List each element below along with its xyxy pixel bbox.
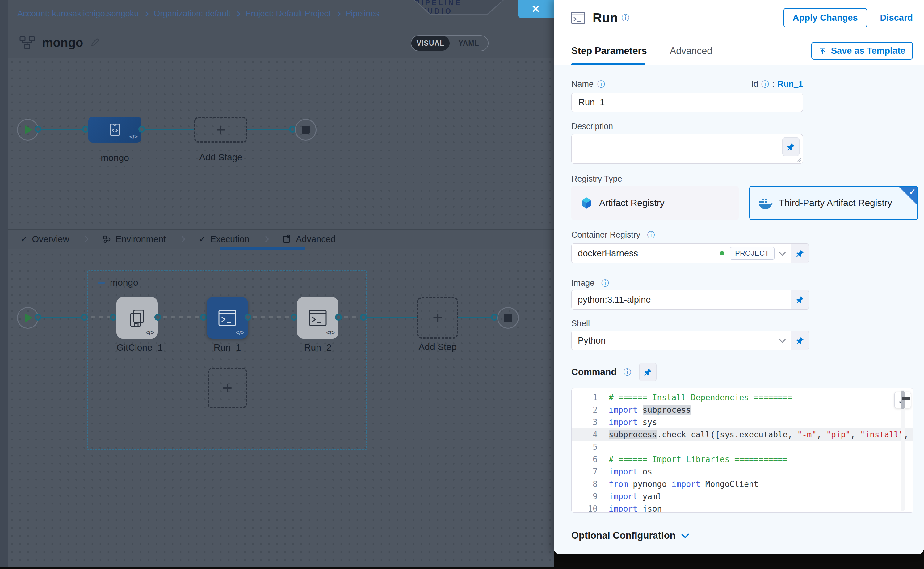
dotted-connector <box>344 316 362 318</box>
connector-ring <box>154 314 161 321</box>
breadcrumb-org[interactable]: Organization: default <box>153 9 230 18</box>
plus-icon: + <box>433 309 443 327</box>
optional-configuration-label: Optional Configuration <box>571 530 676 541</box>
code-line[interactable]: 3import sys <box>571 416 913 429</box>
line-number: 2 <box>571 405 609 415</box>
panel-header: Run ⓘ Apply Changes Discard <box>554 0 924 36</box>
breadcrumb-pipelines[interactable]: Pipelines <box>346 9 380 18</box>
execution-end-node[interactable] <box>497 307 519 329</box>
container-registry-field: dockerHarness PROJECT <box>571 243 809 263</box>
container-registry-input[interactable]: dockerHarness PROJECT <box>571 243 791 263</box>
pin-runtime-input-button[interactable] <box>791 290 809 309</box>
code-line[interactable]: 9import yaml <box>571 490 913 503</box>
name-input[interactable]: Run_1 <box>571 93 803 112</box>
line-number: 1 <box>571 393 609 402</box>
tab-execution[interactable]: ✓ Execution <box>199 234 249 244</box>
stage-node-mongo[interactable]: </> <box>88 117 141 143</box>
code-line[interactable]: 6# ====== Import Libraries =========== <box>571 453 913 466</box>
code-line[interactable]: 10import json <box>571 503 913 513</box>
tab-execution-label: Execution <box>210 234 249 244</box>
step-node-run-1[interactable]: </> <box>207 297 248 339</box>
chevron-right-icon <box>335 11 340 17</box>
code-line[interactable]: 5 <box>571 441 913 453</box>
pipeline-studio-dimmed-area: Account: kurosakiichigo.songoku Organiza… <box>0 0 554 567</box>
chevron-down-icon <box>779 336 786 342</box>
command-code: 1# ====== Install Dependencies ========2… <box>571 391 913 513</box>
pin-runtime-input-button[interactable] <box>791 243 809 263</box>
code-line[interactable]: 1# ====== Install Dependencies ======== <box>571 391 913 404</box>
stage-label: mongo <box>88 152 141 163</box>
chevron-down-icon[interactable] <box>779 249 786 256</box>
tab-advanced[interactable]: Advanced <box>282 234 336 244</box>
tab-environment-label: Environment <box>116 234 166 244</box>
play-icon <box>25 313 33 322</box>
selected-corner-badge: ✓ <box>898 186 918 206</box>
discard-button[interactable]: Discard <box>880 13 913 23</box>
pipeline-end-node[interactable] <box>295 119 316 140</box>
step-node-gitclone-1[interactable]: </> <box>116 297 158 339</box>
info-icon[interactable]: ⓘ <box>622 13 629 23</box>
code-line[interactable]: 7import os <box>571 466 913 478</box>
pin-icon <box>796 249 804 257</box>
check-icon: ✓ <box>909 187 916 197</box>
command-code-editor[interactable]: 1# ====== Install Dependencies ========2… <box>571 388 913 513</box>
toggle-yaml[interactable]: YAML <box>450 36 488 51</box>
step-parameters-form: Name ⓘ Id ⓘ : Run_1 Run_1 Description <box>554 65 924 554</box>
tab-environment[interactable]: Environment <box>102 234 166 244</box>
dotted-connector <box>163 316 202 318</box>
tab-advanced-panel[interactable]: Advanced <box>670 46 713 56</box>
toggle-visual[interactable]: VISUAL <box>411 36 450 51</box>
info-icon[interactable]: ⓘ <box>597 79 605 89</box>
code-line[interactable]: 2import subprocess <box>571 404 913 416</box>
pin-runtime-input-button[interactable] <box>639 363 657 381</box>
line-number: 10 <box>571 504 609 513</box>
code-line[interactable]: 8from pymongo import MongoClient <box>571 478 913 490</box>
advanced-icon <box>282 234 292 244</box>
custom-stage-icon <box>107 122 123 137</box>
line-number: 7 <box>571 467 609 476</box>
info-icon[interactable]: ⓘ <box>647 230 655 240</box>
add-parallel-step-button[interactable]: + <box>208 368 247 408</box>
add-step-button[interactable]: + <box>417 297 458 339</box>
step-label-run-1: Run_1 <box>207 342 248 353</box>
info-icon[interactable]: ⓘ <box>623 367 631 377</box>
scope-badge: PROJECT <box>730 247 775 260</box>
shell-select[interactable]: Python <box>571 330 791 350</box>
pipeline-header: mongo VISUAL YAML <box>8 27 554 58</box>
chevron-right-icon <box>82 236 89 242</box>
info-icon[interactable]: ⓘ <box>601 278 609 288</box>
add-stage-button[interactable]: + <box>194 117 248 143</box>
tab-step-parameters[interactable]: Step Parameters <box>571 46 647 56</box>
connector-line <box>248 128 292 130</box>
pin-icon <box>787 143 795 151</box>
registry-option-third-party[interactable]: Third-Party Artifact Registry ✓ <box>749 186 918 220</box>
breadcrumb-account[interactable]: Account: kurosakiichigo.songoku <box>17 9 139 18</box>
apply-changes-button[interactable]: Apply Changes <box>784 8 867 27</box>
nav-sidebar-sliver <box>0 0 8 567</box>
editor-scrollbar[interactable] <box>901 390 905 511</box>
tab-overview[interactable]: ✓ Overview <box>20 234 69 244</box>
play-icon <box>25 125 33 134</box>
description-textarea[interactable] <box>571 134 803 164</box>
info-icon[interactable]: ⓘ <box>761 79 769 89</box>
name-label: Name <box>571 79 594 89</box>
pin-runtime-input-button[interactable] <box>782 137 799 156</box>
image-label: Image <box>571 278 594 288</box>
breadcrumb-project[interactable]: Project: Default Project <box>245 9 330 18</box>
pin-runtime-input-button[interactable] <box>791 330 809 350</box>
connector-ring <box>200 314 207 321</box>
step-node-run-2[interactable]: </> <box>297 297 339 339</box>
save-as-template-button[interactable]: Save as Template <box>811 42 913 59</box>
close-panel-button[interactable]: ✕ <box>518 0 554 18</box>
code-line[interactable]: 4subprocess.check_call([sys.executable, … <box>571 429 913 441</box>
optional-configuration-toggle[interactable]: Optional Configuration <box>571 530 688 541</box>
panel-title: Run <box>593 11 618 25</box>
id-value[interactable]: Run_1 <box>777 79 803 89</box>
collapse-minus-icon[interactable] <box>97 282 105 284</box>
resize-grip-icon[interactable] <box>796 157 801 162</box>
image-input[interactable]: python:3.11-alpine <box>571 290 791 309</box>
chevron-right-icon <box>179 236 185 242</box>
edit-pencil-icon[interactable] <box>90 38 100 47</box>
id-colon: : <box>772 79 775 89</box>
registry-option-artifact-registry[interactable]: Artifact Registry <box>571 186 739 220</box>
